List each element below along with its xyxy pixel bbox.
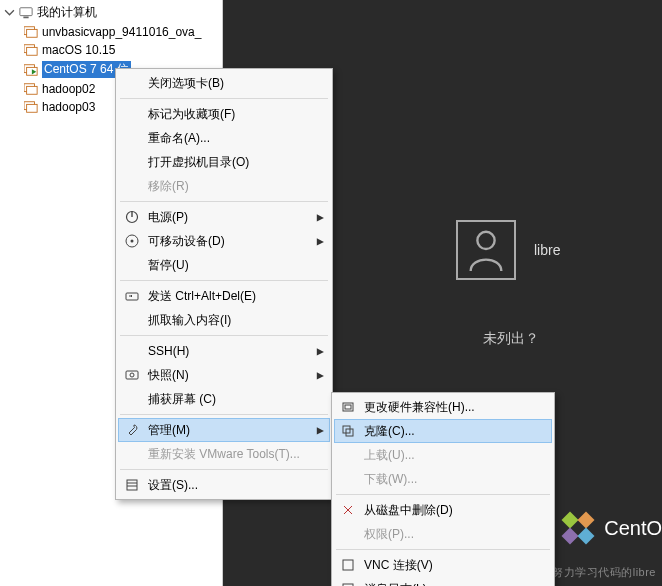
svg-point-21 [131,240,134,243]
vm-running-icon [24,64,38,76]
vm-context-menu: 关闭选项卡(B) 标记为收藏项(F) 重命名(A)... 打开虚拟机目录(O) … [115,68,333,500]
menu-removable-devices[interactable]: 可移动设备(D)▶ [118,229,330,253]
menu-rename[interactable]: 重命名(A)... [118,126,330,150]
svg-rect-23 [126,371,138,379]
tree-item-label: unvbasicvapp_9411016_ova_ [42,25,201,39]
svg-rect-17 [578,528,595,545]
checkbox-empty-icon [340,557,356,573]
menu-separator [336,494,550,495]
menu-grab-input[interactable]: 抓取输入内容(I) [118,308,330,332]
menu-separator [120,98,328,99]
menu-manage[interactable]: 管理(M)▶ [118,418,330,442]
login-username: libre [534,242,560,258]
svg-point-24 [130,373,134,377]
disc-icon [124,233,140,249]
submenu-permissions: 权限(P)... [334,522,552,546]
submenu-message-log[interactable]: 消息日志(L) [334,577,552,586]
submenu-download: 下载(W)... [334,467,552,491]
distro-logo: CentO [560,510,662,546]
svg-rect-1 [23,16,28,18]
vm-icon [24,83,38,95]
menu-separator [120,201,328,202]
manage-submenu: 更改硬件兼容性(H)... 克隆(C)... 上载(U)... 下载(W)...… [331,392,555,586]
svg-rect-34 [343,560,353,570]
svg-rect-3 [27,29,38,37]
menu-separator [120,335,328,336]
tree-vm-item[interactable]: unvbasicvapp_9411016_ova_ [0,23,222,41]
submenu-arrow-icon: ▶ [317,210,324,224]
svg-rect-25 [127,480,137,490]
unlisted-link[interactable]: 未列出？ [483,330,539,348]
tree-item-label: macOS 10.15 [42,43,115,57]
menu-remove: 移除(R) [118,174,330,198]
svg-rect-5 [27,47,38,55]
delete-icon [340,502,356,518]
power-icon [124,209,140,225]
menu-mark-favorite[interactable]: 标记为收藏项(F) [118,102,330,126]
menu-send-ctrl-alt-del[interactable]: 发送 Ctrl+Alt+Del(E) [118,284,330,308]
computer-icon [19,6,33,20]
send-keys-icon [124,288,140,304]
menu-pause[interactable]: 暂停(U) [118,253,330,277]
vm-icon [24,101,38,113]
tree-item-label: hadoop03 [42,100,95,114]
menu-separator [336,549,550,550]
submenu-vnc-connect[interactable]: VNC 连接(V) [334,553,552,577]
svg-rect-12 [27,104,38,112]
menu-snapshot[interactable]: 快照(N)▶ [118,363,330,387]
submenu-upload: 上载(U)... [334,443,552,467]
settings-icon [124,477,140,493]
menu-separator [120,280,328,281]
tree-root-label: 我的计算机 [37,4,97,21]
tree-root-my-computer[interactable]: 我的计算机 [0,2,222,23]
svg-rect-29 [345,405,351,409]
login-user-block[interactable]: libre [456,220,560,280]
submenu-arrow-icon: ▶ [317,344,324,358]
tree-item-label: hadoop02 [42,82,95,96]
snapshot-icon [124,367,140,383]
checkbox-empty-icon [340,581,356,586]
submenu-arrow-icon: ▶ [317,423,324,437]
submenu-arrow-icon: ▶ [317,234,324,248]
menu-close-tab[interactable]: 关闭选项卡(B) [118,71,330,95]
svg-rect-16 [562,528,579,545]
menu-reinstall-vmware-tools: 重新安装 VMware Tools(T)... [118,442,330,466]
svg-rect-14 [562,512,579,529]
hardware-icon [340,399,356,415]
vm-icon [24,26,38,38]
menu-capture-screen[interactable]: 捕获屏幕 (C) [118,387,330,411]
svg-rect-15 [578,512,595,529]
submenu-arrow-icon: ▶ [317,368,324,382]
menu-ssh[interactable]: SSH(H)▶ [118,339,330,363]
menu-power[interactable]: 电源(P)▶ [118,205,330,229]
menu-open-vm-dir[interactable]: 打开虚拟机目录(O) [118,150,330,174]
avatar-icon [456,220,516,280]
submenu-change-hw-compat[interactable]: 更改硬件兼容性(H)... [334,395,552,419]
svg-rect-0 [20,7,32,15]
clone-icon [340,423,356,439]
submenu-delete-from-disk[interactable]: 从磁盘中删除(D) [334,498,552,522]
svg-rect-10 [27,86,38,94]
centos-icon [560,510,596,546]
distro-name: CentO [604,517,662,540]
submenu-clone[interactable]: 克隆(C)... [334,419,552,443]
collapse-icon[interactable] [4,7,15,18]
menu-separator [120,414,328,415]
wrench-icon [124,422,140,438]
menu-separator [120,469,328,470]
vm-icon [24,44,38,56]
svg-point-13 [477,232,494,249]
menu-settings[interactable]: 设置(S)... [118,473,330,497]
tree-vm-item[interactable]: macOS 10.15 [0,41,222,59]
